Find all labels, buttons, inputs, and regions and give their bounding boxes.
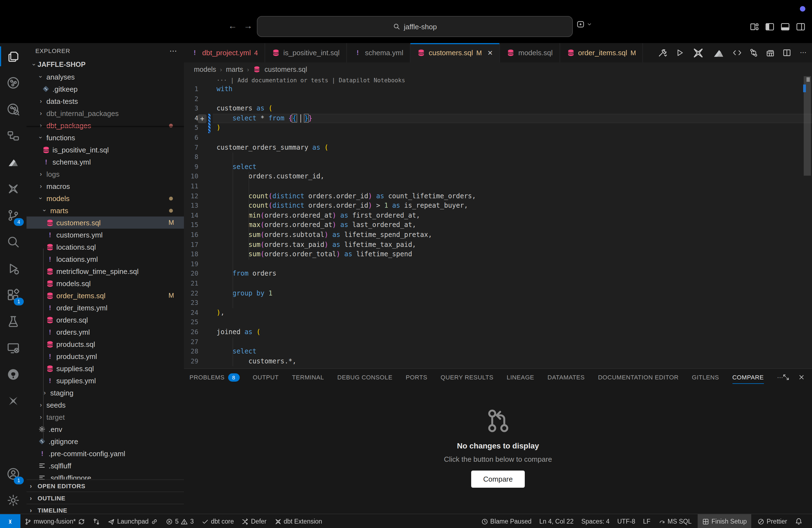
tree-item-analyses[interactable]: ›analyses: [27, 71, 184, 83]
status-finish-setup[interactable]: Finish Setup: [698, 514, 751, 528]
compare-button[interactable]: Compare: [471, 471, 525, 488]
tree-item-dbt_internal_packages[interactable]: ›dbt_internal_packages: [27, 107, 184, 119]
codelens-link[interactable]: Datapilot Notebooks: [339, 77, 405, 84]
tab-dbt_project.yml[interactable]: !dbt_project.yml4: [184, 43, 265, 62]
tree-item-.gitkeep[interactable]: .gitkeep: [27, 83, 184, 95]
activity-item-testing[interactable]: [0, 308, 27, 335]
breadcrumb[interactable]: models › marts › customers.sql: [184, 62, 812, 76]
status-launchpad[interactable]: Launchpad: [108, 514, 158, 528]
status-compare-branches[interactable]: [93, 514, 100, 528]
tree-item-data-tests[interactable]: ›data-tests: [27, 95, 184, 107]
codelens-link[interactable]: Add documentation or tests: [237, 77, 329, 84]
activity-item-accounts[interactable]: 1: [0, 460, 27, 487]
tree-item-products.yml[interactable]: !products.yml: [27, 350, 184, 362]
panel-tab-problems[interactable]: PROBLEMS8: [189, 369, 240, 385]
activity-item-search[interactable]: [0, 229, 27, 255]
explorer-more-icon[interactable]: ⋯: [169, 46, 177, 55]
activity-item-run-debug[interactable]: [0, 255, 27, 282]
activity-item-lineage[interactable]: [0, 70, 27, 96]
tree-item-orders.yml[interactable]: !orders.yml: [27, 326, 184, 338]
tree-item-models.sql[interactable]: models.sql: [27, 277, 184, 289]
tree-item-.pre-commit-config.yaml[interactable]: !.pre-commit-config.yaml: [27, 448, 184, 459]
toggle-secondary-sidebar-icon[interactable]: [796, 22, 806, 31]
activity-item-settings[interactable]: [0, 487, 27, 514]
tree-item-seeds[interactable]: ›seeds: [27, 399, 184, 411]
forward-arrow-icon[interactable]: →: [244, 21, 252, 31]
tree-item-orders.sql[interactable]: orders.sql: [27, 314, 184, 326]
panel-tab-documentation-editor[interactable]: DOCUMENTATION EDITOR: [598, 369, 679, 385]
code-editor[interactable]: ··· | Add documentation or tests | Datap…: [184, 76, 812, 369]
editor-action-dbtx-icon[interactable]: [692, 46, 705, 59]
activity-item-remote-explorer[interactable]: [0, 335, 27, 361]
add-line-button[interactable]: +: [198, 114, 207, 123]
status-cursor-position[interactable]: Ln 4, Col 22: [539, 514, 574, 528]
tree-item-.sqlfluff[interactable]: .sqlfluff: [27, 459, 184, 472]
status-language-mode[interactable]: MS SQL: [658, 514, 692, 528]
editor-action-more-icon[interactable]: ⋯: [799, 48, 808, 57]
remote-indicator[interactable]: [0, 514, 20, 528]
status-encoding[interactable]: UTF-8: [617, 514, 635, 528]
panel-tab-query-results[interactable]: QUERY RESULTS: [440, 369, 493, 385]
tree-item-macros[interactable]: ›macros: [27, 180, 184, 192]
tree-item-marts[interactable]: ›marts: [27, 204, 184, 217]
breadcrumb-file[interactable]: customers.sql: [265, 65, 307, 73]
activity-item-lineage-scan[interactable]: [0, 96, 27, 122]
status-defer[interactable]: Defer: [242, 514, 266, 528]
tree-item-customers.sql[interactable]: customers.sqlM: [27, 217, 184, 229]
activity-item-dbt-power-user[interactable]: [0, 176, 27, 202]
editor-action-altimate-icon[interactable]: [712, 46, 725, 59]
status-problems[interactable]: 53: [166, 514, 194, 528]
tree-item-functions[interactable]: ›functions: [27, 131, 184, 144]
tree-item-schema.yml[interactable]: !schema.yml: [27, 156, 184, 168]
panel-tab-output[interactable]: OUTPUT: [253, 369, 279, 385]
close-tab-icon[interactable]: ✕: [488, 49, 493, 57]
status-blame[interactable]: Blame Paused: [481, 514, 532, 528]
breadcrumb-item[interactable]: marts: [226, 65, 243, 73]
maximize-panel-icon[interactable]: [782, 373, 790, 381]
tab-models.sql[interactable]: models.sql: [500, 43, 560, 62]
tree-item-target[interactable]: ›target: [27, 411, 184, 423]
tree-item-order_items.sql[interactable]: order_items.sqlM: [27, 289, 184, 302]
tree-item-order_items.yml[interactable]: !order_items.yml: [27, 302, 184, 314]
command-center-search[interactable]: jaffle-shop: [257, 16, 573, 37]
panel-tab-datamates[interactable]: DATAMATES: [547, 369, 585, 385]
section-header-outline[interactable]: ›OUTLINE: [27, 492, 185, 504]
copilot-menu-button[interactable]: [576, 20, 592, 29]
tree-item-products.sql[interactable]: products.sql: [27, 338, 184, 350]
tree-item-metricflow_time_spine.sql[interactable]: metricflow_time_spine.sql: [27, 265, 184, 277]
activity-item-source-control[interactable]: 4: [0, 202, 27, 229]
tree-item-models[interactable]: ›models: [27, 192, 184, 204]
panel-tab-lineage[interactable]: LINEAGE: [507, 369, 534, 385]
tree-item-locations.yml[interactable]: !locations.yml: [27, 253, 184, 265]
tree-root[interactable]: › JAFFLE-SHOP: [27, 59, 184, 71]
section-header-timeline[interactable]: ›TIMELINE: [27, 504, 185, 514]
panel-tab-compare[interactable]: COMPARE: [732, 369, 764, 385]
editor-action-hammer-chevron-icon[interactable]: [657, 47, 668, 58]
status-prettier[interactable]: Prettier: [757, 514, 787, 528]
status-dbt-extension[interactable]: dbt Extension: [274, 514, 322, 528]
tab-schema.yml[interactable]: !schema.yml: [347, 43, 410, 62]
status-branch[interactable]: mwong-fusion*: [24, 514, 85, 528]
status-indentation[interactable]: Spaces: 4: [581, 514, 610, 528]
panel-tab-ports[interactable]: PORTS: [406, 369, 427, 385]
editor-action-split-icon[interactable]: [782, 48, 792, 57]
activity-item-flowchart[interactable]: [0, 122, 27, 149]
tree-item-supplies.sql[interactable]: supplies.sql: [27, 362, 184, 375]
activity-item-explorer[interactable]: [0, 43, 27, 70]
close-panel-icon[interactable]: [798, 373, 806, 381]
status-eol[interactable]: LF: [643, 514, 650, 528]
toggle-panel-icon[interactable]: [781, 22, 790, 31]
panel-tab-gitlens[interactable]: GITLENS: [692, 369, 719, 385]
back-arrow-icon[interactable]: ←: [228, 21, 237, 31]
status-dbt-core[interactable]: dbt core: [202, 514, 234, 528]
tree-item-.gitignore[interactable]: .gitignore: [27, 435, 184, 448]
tree-item-dbt_packages[interactable]: ›dbt_packages: [27, 119, 184, 131]
tab-order_items.sql[interactable]: order_items.sqlM: [560, 43, 643, 62]
panel-tab-debug-console[interactable]: DEBUG CONSOLE: [337, 369, 392, 385]
status-notifications[interactable]: [795, 514, 802, 528]
editor-action-play-icon[interactable]: [675, 48, 684, 57]
activity-item-dbt-alt[interactable]: [0, 388, 27, 414]
breadcrumb-item[interactable]: models: [194, 65, 216, 73]
tree-item-locations.sql[interactable]: locations.sql: [27, 241, 184, 253]
tree-item-staging[interactable]: ›staging: [27, 386, 184, 399]
